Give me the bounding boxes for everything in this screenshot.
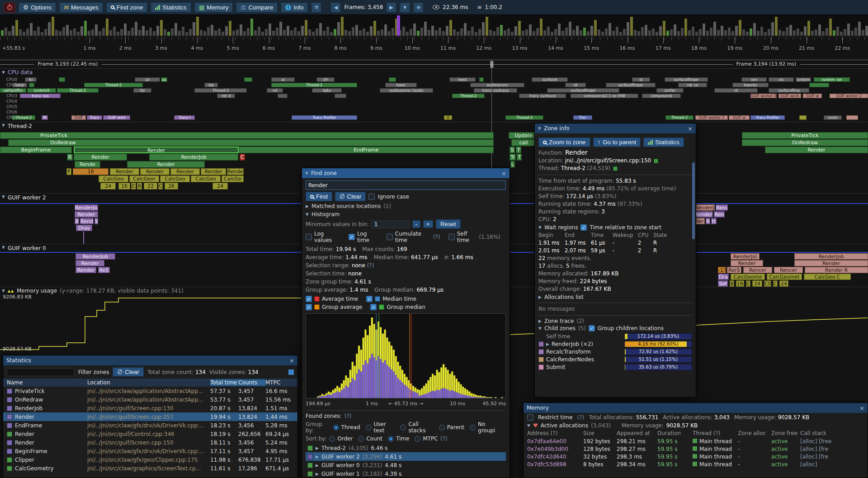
checkbox[interactable] <box>306 234 312 240</box>
frame-bar[interactable] <box>627 22 629 36</box>
frame-bar[interactable] <box>782 31 785 36</box>
cpu-zone[interactable]: GUIF-w <box>803 94 822 98</box>
frame-bar[interactable] <box>851 31 854 36</box>
cpu-zone[interactable] <box>846 115 858 120</box>
expand-icon[interactable]: ▶ <box>316 463 319 468</box>
frame-bar[interactable] <box>424 22 427 36</box>
reset-button[interactable]: Reset <box>436 219 461 229</box>
timeline-zone[interactable]: R <box>706 218 710 224</box>
collapse-icon[interactable]: ▼ <box>2 123 5 129</box>
histogram-section-header[interactable]: ▼ Histogram <box>306 211 506 218</box>
frame-bar[interactable] <box>500 25 503 36</box>
timeline-zone[interactable]: 16 <box>118 183 130 189</box>
frame-bar[interactable] <box>113 27 116 36</box>
frame-bar[interactable] <box>637 31 640 36</box>
timeline-zone[interactable]: Render R <box>805 267 868 273</box>
frame-bar[interactable] <box>818 24 821 36</box>
allocation-row[interactable]: 0x7dfaa64e00192 bytes298.21 ms59.95 sMai… <box>524 437 868 445</box>
checkbox[interactable]: ✓ <box>306 304 312 310</box>
timeline-zone[interactable]: 24 <box>752 280 762 287</box>
frame-bar[interactable] <box>348 31 351 36</box>
frame-bar[interactable] <box>475 32 477 36</box>
cpu-zone[interactable]: composer@ <box>642 94 681 98</box>
frame-bar[interactable] <box>786 27 788 36</box>
frame-bar[interactable] <box>489 30 492 36</box>
statistics-row[interactable]: OnRedrawjni/../jni/src/claw/application/… <box>3 395 297 404</box>
frame-bar[interactable] <box>189 29 192 36</box>
cpu-zone[interactable]: fal <box>133 88 151 93</box>
statistics-row[interactable]: Renderjni/../jni/src/guif/Screen.cpp:150… <box>3 438 297 447</box>
cpu-zone[interactable]: system/t <box>27 88 56 93</box>
frame-bar[interactable] <box>214 30 217 36</box>
frame-bar[interactable] <box>366 32 369 36</box>
frame-bar[interactable] <box>692 27 694 36</box>
timeline-zone[interactable]: Render <box>74 147 239 153</box>
frame-bar[interactable] <box>601 32 604 36</box>
timeline-zone[interactable]: 22 <box>144 183 157 189</box>
timeline-zone[interactable]: T <box>517 154 522 161</box>
cpu-zone[interactable]: nd <box>267 88 283 93</box>
allocation-cell[interactable]: [alloc] [free <box>800 438 863 445</box>
wait-region-row[interactable]: 1.91 ms1.97 ms61 µs-2R <box>538 239 692 247</box>
collapse-icon[interactable]: ▼ <box>2 289 5 293</box>
found-zone-group[interactable]: ▶GUIF worker 2 (3,296) 4.61 s <box>306 452 506 461</box>
frame-bar[interactable] <box>826 28 828 36</box>
next-frame-button[interactable]: ▶ <box>386 2 396 13</box>
frame-bar[interactable] <box>815 29 817 36</box>
radio-button[interactable] <box>329 436 335 442</box>
column-header-thread[interactable]: Thread (?) <box>693 430 738 436</box>
frame-bar[interactable] <box>858 22 861 36</box>
cpu-zone[interactable]: composer@2.1-se [HW <box>571 94 638 98</box>
frame-bar[interactable] <box>402 27 405 36</box>
cpu-zone[interactable]: jal <box>135 77 160 82</box>
frame-bar[interactable] <box>222 32 224 36</box>
frame-bar[interactable] <box>793 30 796 36</box>
frame-bar[interactable] <box>554 29 557 36</box>
close-icon[interactable]: × <box>289 357 294 364</box>
timeline-zone[interactable]: Render <box>731 260 763 266</box>
child-zone-row[interactable]: CalcRenderNodes51.51 us (1.15%) <box>538 355 692 363</box>
timeline-zone[interactable]: Render <box>201 168 226 175</box>
timeline-zone[interactable]: Render <box>75 211 98 218</box>
timeline-zone[interactable]: Render <box>794 260 868 266</box>
frame-bar[interactable] <box>70 30 72 36</box>
frame-bar[interactable] <box>504 30 506 36</box>
location-value[interactable]: jni/../jni/src/guif/Screen.cpp:150 <box>565 157 651 164</box>
timeline-zone[interactable]: call <box>511 139 536 146</box>
collapse-icon[interactable]: ▼ <box>2 194 5 201</box>
allocation-cell[interactable]: [alloc] [fre <box>800 454 863 460</box>
checkbox[interactable] <box>448 234 455 240</box>
timeline-zone[interactable]: 24 <box>779 280 788 287</box>
thread-header[interactable]: ▼GUIF worker 0 <box>2 245 46 251</box>
cpu-zone[interactable]: et <box>565 83 586 87</box>
cpu-zone[interactable] <box>479 77 484 82</box>
timeline-zone[interactable]: C0 <box>764 280 771 287</box>
timeline-zone[interactable]: tt <box>711 218 717 224</box>
column-header-call-stack[interactable]: Call stack <box>800 430 863 436</box>
frame-bar[interactable] <box>225 26 228 36</box>
frame-bar[interactable] <box>102 28 105 36</box>
frame-bar[interactable] <box>775 17 778 36</box>
frame-bar[interactable] <box>453 29 456 36</box>
frame-bar[interactable] <box>493 31 495 36</box>
frame-time-graph[interactable] <box>0 15 868 37</box>
frame-bar[interactable] <box>377 31 380 36</box>
frame-bar[interactable] <box>294 28 297 36</box>
expand-icon[interactable]: ▶ <box>316 454 319 459</box>
cpu-zone[interactable]: tracy_sys <box>20 94 61 98</box>
legend-group-average[interactable]: ✓Group average <box>306 304 362 310</box>
timeline-zone[interactable]: Rencer <box>743 267 772 273</box>
frame-bar[interactable] <box>522 31 524 36</box>
frame-bar[interactable] <box>185 32 188 36</box>
frame-bar[interactable] <box>373 21 376 36</box>
frame-bar[interactable] <box>66 25 69 36</box>
cpu-zone[interactable]: cfr <box>316 77 335 82</box>
checkbox-log-time[interactable]: ✓Log time <box>349 231 378 243</box>
frame-bar[interactable] <box>699 29 702 36</box>
frame-bar[interactable] <box>431 26 434 36</box>
radio-thread[interactable]: Thread <box>333 421 360 434</box>
min-bin-input[interactable] <box>372 220 410 228</box>
timeline-zone[interactable]: OnRedraw <box>742 139 868 146</box>
timeline-zone[interactable]: Render <box>140 168 170 175</box>
frame-bar[interactable] <box>261 32 264 36</box>
